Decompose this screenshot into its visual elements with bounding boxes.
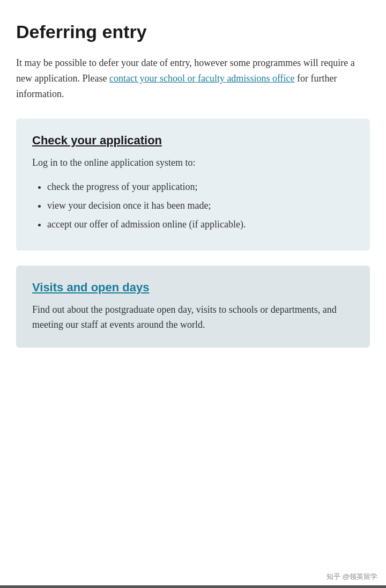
check-application-title: Check your application xyxy=(32,134,354,148)
admissions-office-link[interactable]: contact your school or faculty admission… xyxy=(109,73,295,84)
visits-open-days-text: Find out about the postgraduate open day… xyxy=(32,302,354,333)
list-item: accept our offer of admission online (if… xyxy=(47,217,354,232)
list-item: check the progress of your application; xyxy=(47,179,354,195)
list-item: view your decision once it has been made… xyxy=(47,198,354,214)
visits-open-days-title[interactable]: Visits and open days xyxy=(32,281,354,295)
bottom-bar xyxy=(0,585,386,588)
watermark: 知乎 @领英留学 xyxy=(324,571,380,583)
check-application-list: check the progress of your application; … xyxy=(32,179,354,232)
page-title: Deferring entry xyxy=(16,21,370,42)
check-application-intro: Log in to the online application system … xyxy=(32,155,354,171)
visits-open-days-box: Visits and open days Find out about the … xyxy=(16,266,370,348)
check-application-box: Check your application Log in to the onl… xyxy=(16,119,370,250)
intro-paragraph: It may be possible to defer your date of… xyxy=(16,55,370,101)
